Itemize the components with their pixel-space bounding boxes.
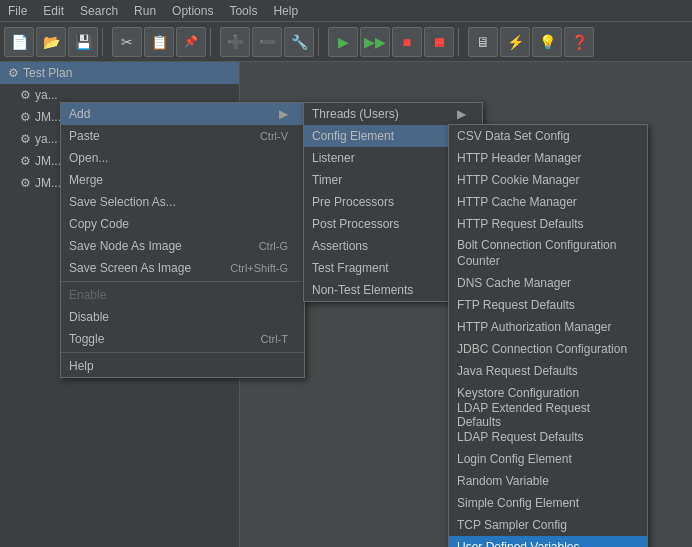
cfg-bolt[interactable]: Bolt Connection Configuration Counter	[449, 235, 647, 272]
context-menu: Add ▶ Paste Ctrl-V Open... Merge Save Se…	[60, 102, 305, 378]
menu-options[interactable]: Options	[164, 2, 221, 20]
ctx-help[interactable]: Help	[61, 355, 304, 377]
ctx-paste-shortcut: Ctrl-V	[260, 130, 288, 142]
toolbar-settings[interactable]: 🔧	[284, 27, 314, 57]
menu-tools[interactable]: Tools	[221, 2, 265, 20]
menu-run[interactable]: Run	[126, 2, 164, 20]
cfg-http-cache-label: HTTP Cache Manager	[457, 195, 577, 209]
ctx-enable[interactable]: Enable	[61, 284, 304, 306]
menu-help[interactable]: Help	[265, 2, 306, 20]
cfg-http-header-label: HTTP Header Manager	[457, 151, 582, 165]
ctx-disable[interactable]: Disable	[61, 306, 304, 328]
toolbar-remote[interactable]: 🖥	[468, 27, 498, 57]
cfg-simple-label: Simple Config Element	[457, 496, 579, 510]
toolbar-template[interactable]: 💡	[532, 27, 562, 57]
cfg-csv[interactable]: CSV Data Set Config	[449, 125, 647, 147]
ctx-enable-label: Enable	[69, 288, 106, 302]
menu-search[interactable]: Search	[72, 2, 126, 20]
cfg-http-cookie[interactable]: HTTP Cookie Manager	[449, 169, 647, 191]
add-listener-label: Listener	[312, 151, 355, 165]
add-config-label: Config Element	[312, 129, 394, 143]
toolbar-open[interactable]: 📂	[36, 27, 66, 57]
toolbar-copy[interactable]: 📋	[144, 27, 174, 57]
ctx-toggle[interactable]: Toggle Ctrl-T	[61, 328, 304, 350]
cfg-user-defined[interactable]: User Defined Variables	[449, 536, 647, 547]
cfg-login[interactable]: Login Config Element	[449, 448, 647, 470]
cfg-http-auth[interactable]: HTTP Authorization Manager	[449, 316, 647, 338]
menu-edit[interactable]: Edit	[35, 2, 72, 20]
cfg-user-defined-label: User Defined Variables	[457, 540, 580, 547]
toolbar-func[interactable]: ⚡	[500, 27, 530, 57]
add-threads[interactable]: Threads (Users) ▶	[304, 103, 482, 125]
ctx-toggle-label: Toggle	[69, 332, 104, 346]
toolbar-add[interactable]: ➕	[220, 27, 250, 57]
ctx-add[interactable]: Add ▶	[61, 103, 304, 125]
cfg-jdbc[interactable]: JDBC Connection Configuration	[449, 338, 647, 360]
toolbar-help[interactable]: ❓	[564, 27, 594, 57]
toolbar-cut[interactable]: ✂	[112, 27, 142, 57]
cfg-http-auth-label: HTTP Authorization Manager	[457, 320, 612, 334]
ctx-save-node-shortcut: Ctrl-G	[259, 240, 288, 252]
cfg-ldap[interactable]: LDAP Request Defaults	[449, 426, 647, 448]
toolbar-sep2	[210, 28, 216, 56]
toolbar-save[interactable]: 💾	[68, 27, 98, 57]
main-area: ⚙ Test Plan ⚙ ya... ⚙ JM... ⚙ ya... ⚙ JM…	[0, 62, 692, 547]
ctx-sep2	[61, 352, 304, 353]
toolbar-run[interactable]: ▶	[328, 27, 358, 57]
cfg-http-cache[interactable]: HTTP Cache Manager	[449, 191, 647, 213]
cfg-dns-label: DNS Cache Manager	[457, 276, 571, 290]
ctx-copy-code[interactable]: Copy Code	[61, 213, 304, 235]
cfg-java[interactable]: Java Request Defaults	[449, 360, 647, 382]
cfg-jdbc-label: JDBC Connection Configuration	[457, 342, 627, 356]
toolbar-stop2[interactable]: ⏹	[424, 27, 454, 57]
cfg-random-label: Random Variable	[457, 474, 549, 488]
add-assertions-label: Assertions	[312, 239, 368, 253]
toolbar-stop[interactable]: ■	[392, 27, 422, 57]
ctx-paste[interactable]: Paste Ctrl-V	[61, 125, 304, 147]
ctx-open-label: Open...	[69, 151, 108, 165]
ctx-save-node[interactable]: Save Node As Image Ctrl-G	[61, 235, 304, 257]
ctx-save-screen[interactable]: Save Screen As Image Ctrl+Shift-G	[61, 257, 304, 279]
cfg-random[interactable]: Random Variable	[449, 470, 647, 492]
toolbar-remove[interactable]: ➖	[252, 27, 282, 57]
toolbar-new[interactable]: 📄	[4, 27, 34, 57]
ctx-add-label: Add	[69, 107, 90, 121]
add-post-processors-label: Post Processors	[312, 217, 399, 231]
cfg-ldap-ext[interactable]: LDAP Extended Request Defaults	[449, 404, 647, 426]
ctx-disable-label: Disable	[69, 310, 109, 324]
menubar: File Edit Search Run Options Tools Help	[0, 0, 692, 22]
cfg-keystore-label: Keystore Configuration	[457, 386, 579, 400]
ctx-save-selection[interactable]: Save Selection As...	[61, 191, 304, 213]
cfg-tcp-label: TCP Sampler Config	[457, 518, 567, 532]
cfg-simple[interactable]: Simple Config Element	[449, 492, 647, 514]
menu-overlay: Add ▶ Paste Ctrl-V Open... Merge Save Se…	[0, 62, 692, 547]
menu-file[interactable]: File	[0, 2, 35, 20]
cfg-http-defaults-label: HTTP Request Defaults	[457, 217, 584, 231]
add-threads-label: Threads (Users)	[312, 107, 399, 121]
cfg-http-header[interactable]: HTTP Header Manager	[449, 147, 647, 169]
ctx-save-screen-label: Save Screen As Image	[69, 261, 191, 275]
cfg-bolt-label: Bolt Connection Configuration Counter	[457, 238, 639, 269]
ctx-copy-code-label: Copy Code	[69, 217, 129, 231]
ctx-save-screen-shortcut: Ctrl+Shift-G	[230, 262, 288, 274]
add-threads-arrow: ▶	[457, 107, 466, 121]
add-non-test-label: Non-Test Elements	[312, 283, 413, 297]
cfg-dns[interactable]: DNS Cache Manager	[449, 272, 647, 294]
cfg-ldap-ext-label: LDAP Extended Request Defaults	[457, 401, 631, 429]
cfg-http-defaults[interactable]: HTTP Request Defaults	[449, 213, 647, 235]
cfg-ftp[interactable]: FTP Request Defaults	[449, 294, 647, 316]
cfg-java-label: Java Request Defaults	[457, 364, 578, 378]
add-pre-processors-label: Pre Processors	[312, 195, 394, 209]
cfg-ftp-label: FTP Request Defaults	[457, 298, 575, 312]
ctx-merge[interactable]: Merge	[61, 169, 304, 191]
add-timer-label: Timer	[312, 173, 342, 187]
cfg-tcp[interactable]: TCP Sampler Config	[449, 514, 647, 536]
toolbar-run-no-pause[interactable]: ▶▶	[360, 27, 390, 57]
ctx-sep1	[61, 281, 304, 282]
ctx-open[interactable]: Open...	[61, 147, 304, 169]
cfg-csv-label: CSV Data Set Config	[457, 129, 570, 143]
cfg-ldap-label: LDAP Request Defaults	[457, 430, 584, 444]
toolbar-paste[interactable]: 📌	[176, 27, 206, 57]
cfg-http-cookie-label: HTTP Cookie Manager	[457, 173, 580, 187]
toolbar: 📄 📂 💾 ✂ 📋 📌 ➕ ➖ 🔧 ▶ ▶▶ ■ ⏹ 🖥 ⚡ 💡 ❓	[0, 22, 692, 62]
